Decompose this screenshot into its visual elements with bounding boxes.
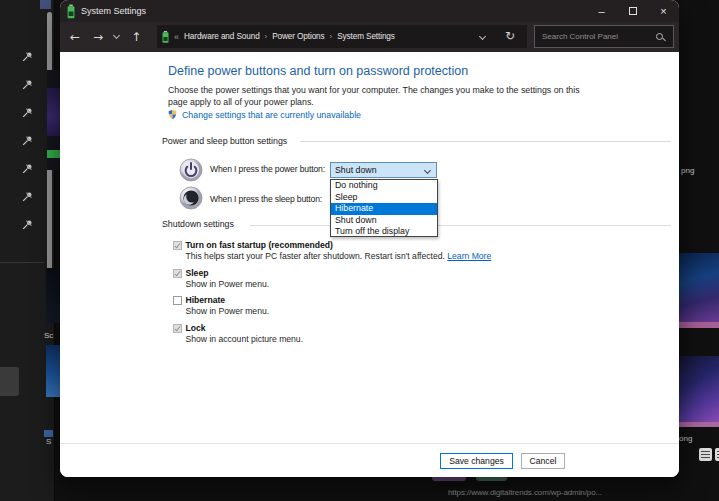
address-dropdown-chevron-icon[interactable] [479, 33, 486, 40]
pin-icon[interactable] [22, 132, 33, 143]
power-sleep-section-title: Power and sleep button settings [162, 136, 287, 146]
history-chevron-icon[interactable] [113, 32, 120, 39]
footer-divider [60, 443, 679, 444]
uac-shield-icon [167, 109, 178, 120]
maximize-icon [629, 7, 637, 15]
dark-thumbnail-fragment[interactable] [46, 268, 60, 323]
select-chevron-icon [424, 166, 431, 173]
pin-icon[interactable] [22, 76, 33, 87]
purple-thumbnail-fragment [47, 88, 60, 136]
breadcrumb-separator: › [330, 32, 333, 41]
thumbnail-2-label-strip [679, 422, 719, 427]
checkbox-description: Show in Power menu. [186, 279, 270, 290]
dropdown-option[interactable]: Shut down [331, 215, 437, 227]
pin-icon[interactable] [22, 104, 33, 115]
section-divider [300, 141, 671, 142]
green-bar-fragment [47, 150, 60, 158]
checkbox-label: Hibernate [186, 295, 270, 306]
list-view-icon[interactable] [699, 448, 712, 461]
page-title: Define power buttons and turn on passwor… [168, 64, 468, 78]
address-bar[interactable]: « Hardware and Sound›Power Options›Syste… [157, 25, 527, 48]
power-action-dropdown-list[interactable]: Do nothingSleepHibernateShut downTurn of… [330, 179, 438, 237]
checkbox-row: HibernateShow in Power menu. [173, 295, 643, 317]
check-icon [174, 242, 180, 249]
cancel-button[interactable]: Cancel [521, 453, 565, 469]
filename-fragment-ong: ong [679, 434, 692, 443]
breadcrumb-overflow-icon[interactable]: « [174, 32, 179, 42]
save-changes-button[interactable]: Save changes [440, 453, 513, 469]
search-icon[interactable] [656, 33, 663, 40]
pin-icon[interactable] [22, 160, 33, 171]
checkbox[interactable] [173, 324, 182, 333]
system-settings-window: System Settings – × ← → ↑ « Hardware and… [60, 0, 679, 477]
window-title: System Settings [81, 6, 146, 16]
thumbnail-1-label-strip [679, 322, 719, 328]
power-action-select[interactable]: Shut down [330, 162, 437, 178]
power-button-label: When I press the power button: [210, 164, 325, 174]
blue-thumbnail-fragment[interactable] [46, 345, 60, 397]
breadcrumb-item[interactable]: Power Options [272, 32, 324, 41]
checkbox[interactable] [173, 296, 182, 305]
check-icon [174, 324, 180, 331]
change-settings-link[interactable]: Change settings that are currently unava… [182, 110, 361, 120]
dropdown-option[interactable]: Do nothing [331, 180, 437, 192]
search-input[interactable] [535, 32, 656, 41]
sleep-button-label: When I press the sleep button: [210, 194, 322, 204]
forward-button[interactable]: → [93, 31, 103, 43]
maximize-button[interactable] [617, 0, 648, 22]
checkbox-row: SleepShow in Power menu. [173, 268, 643, 290]
intro-text-line2: page apply to all of your power plans. [168, 97, 314, 107]
shutdown-section-title: Shutdown settings [162, 219, 234, 229]
text-fragment-s: S [46, 437, 51, 446]
shutdown-checkbox-list: Turn on fast startup (recommended)This h… [173, 240, 643, 350]
pin-icon[interactable] [22, 188, 33, 199]
status-bar-url: https://www.digitaltrends.com/wp-admin/p… [448, 488, 602, 497]
breadcrumb-item[interactable]: System Settings [337, 32, 395, 41]
text-fragment-sc: Sc [44, 331, 53, 340]
wallpaper-thumbnail-2[interactable] [679, 356, 719, 422]
section-divider [250, 225, 671, 226]
close-button[interactable]: × [648, 0, 679, 22]
wallpaper-thumbnail-1[interactable] [679, 253, 719, 322]
up-button[interactable]: ↑ [131, 31, 141, 43]
refresh-icon[interactable]: ↻ [505, 29, 515, 43]
power-button-icon [179, 158, 203, 182]
checkbox-label: Turn on fast startup (recommended) [186, 240, 492, 251]
checkbox[interactable] [173, 269, 182, 278]
title-bar[interactable]: System Settings – × [60, 0, 679, 22]
checkbox-row: Turn on fast startup (recommended)This h… [173, 240, 643, 262]
back-button[interactable]: ← [70, 31, 80, 43]
minimize-button[interactable]: – [586, 0, 617, 22]
uac-link-row[interactable]: Change settings that are currently unava… [167, 109, 361, 120]
intro-text-line1: Choose the power settings that you want … [168, 85, 580, 95]
dropdown-option[interactable]: Turn off the display [331, 226, 437, 238]
learn-more-link[interactable]: Learn More [447, 251, 491, 261]
breadcrumb-separator: › [265, 32, 268, 41]
checkbox-label: Lock [186, 323, 304, 334]
checkbox-description: Show in account picture menu. [186, 334, 304, 345]
breadcrumb: Hardware and Sound›Power Options›System … [184, 32, 395, 41]
pin-icon-column [22, 48, 33, 227]
breadcrumb-item[interactable]: Hardware and Sound [184, 32, 260, 41]
background-media-thumbnail[interactable] [47, 70, 60, 170]
search-box[interactable] [534, 25, 674, 48]
dropdown-option[interactable]: Hibernate [331, 203, 437, 215]
checkbox-description: This helps start your PC faster after sh… [186, 251, 492, 262]
background-divider [0, 262, 44, 263]
content-area: Define power buttons and turn on passwor… [60, 52, 679, 477]
dropdown-option[interactable]: Sleep [331, 192, 437, 204]
battery-power-icon [67, 4, 75, 19]
grid-view-icon[interactable] [715, 448, 719, 461]
checkbox-row: LockShow in account picture menu. [173, 323, 643, 345]
power-select-value: Shut down [331, 165, 377, 175]
checkbox-label: Sleep [186, 268, 270, 279]
checkbox-description: Show in Power menu. [186, 306, 270, 317]
gray-button-fragment [0, 367, 19, 396]
sleep-button-icon [179, 186, 203, 210]
blue-square-fragment [44, 430, 53, 437]
check-icon [174, 269, 180, 276]
pin-icon[interactable] [22, 216, 33, 227]
power-options-icon [162, 30, 169, 44]
pin-icon[interactable] [22, 48, 33, 59]
checkbox[interactable] [173, 241, 182, 250]
